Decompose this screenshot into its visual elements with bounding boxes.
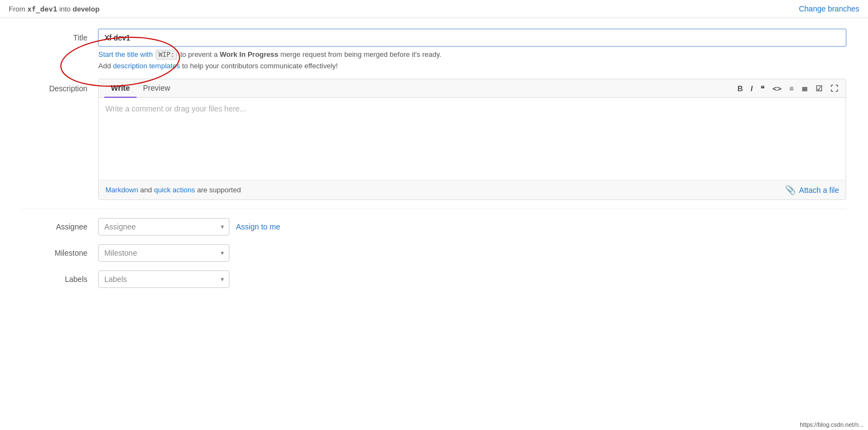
title-row: Title Start the title with WIP: to preve… bbox=[22, 29, 846, 70]
assignee-select[interactable]: Assignee bbox=[98, 218, 229, 235]
form-container: Title Start the title with WIP: to preve… bbox=[0, 18, 868, 308]
toolbar-unordered-list[interactable]: ≡ bbox=[787, 83, 796, 94]
toolbar-fullscreen[interactable]: ⛶ bbox=[828, 83, 840, 94]
description-label: Description bbox=[22, 79, 98, 93]
labels-content: Labels ▾ bbox=[98, 270, 846, 288]
assignee-controls: Assignee ▾ Assign to me bbox=[98, 218, 846, 235]
toolbar-code[interactable]: <> bbox=[770, 83, 784, 94]
wip-badge: WIP: bbox=[156, 50, 177, 60]
markdown-link[interactable]: Markdown bbox=[105, 186, 138, 194]
labels-row: Labels Labels ▾ bbox=[22, 270, 846, 288]
milestone-select[interactable]: Milestone bbox=[98, 244, 229, 262]
milestone-select-wrapper: Milestone ▾ bbox=[98, 244, 229, 262]
tab-write[interactable]: Write bbox=[104, 79, 137, 98]
assignee-content: Assignee ▾ Assign to me bbox=[98, 218, 846, 235]
title-label: Title bbox=[22, 29, 98, 42]
assignee-label: Assignee bbox=[22, 218, 98, 231]
toolbar-quote[interactable]: ❝ bbox=[758, 83, 767, 94]
editor-toolbar: B I ❝ <> ≡ ≣ ☑ ⛶ bbox=[735, 83, 840, 94]
description-templates-link[interactable]: description templates bbox=[113, 62, 180, 70]
wip-hint-link[interactable]: Start the title with bbox=[98, 50, 155, 58]
toolbar-bold[interactable]: B bbox=[735, 83, 745, 94]
title-content: Start the title with WIP: to prevent a W… bbox=[98, 29, 846, 70]
title-input[interactable] bbox=[98, 29, 846, 46]
tab-preview[interactable]: Preview bbox=[137, 79, 177, 98]
divider bbox=[22, 209, 846, 209]
toolbar-task-list[interactable]: ☑ bbox=[813, 83, 825, 94]
assignee-row: Assignee Assignee ▾ Assign to me bbox=[22, 218, 846, 235]
quick-actions-link[interactable]: quick actions bbox=[154, 186, 195, 194]
toolbar-italic[interactable]: I bbox=[748, 83, 755, 94]
editor-container: Write Preview B I ❝ <> ≡ ≣ ☑ ⛶ bbox=[98, 79, 846, 200]
editor-footer: Markdown and quick actions are supported… bbox=[99, 180, 846, 199]
top-bar: From xf_dev1 into develop Change branche… bbox=[0, 0, 868, 18]
wip-bold-text: Work In Progress bbox=[220, 50, 278, 58]
description-content: Write Preview B I ❝ <> ≡ ≣ ☑ ⛶ bbox=[98, 79, 846, 200]
milestone-row: Milestone Milestone ▾ bbox=[22, 244, 846, 262]
labels-select[interactable]: Labels bbox=[98, 270, 229, 288]
labels-select-wrapper: Labels ▾ bbox=[98, 270, 229, 288]
description-hint: Add description templates to help your c… bbox=[98, 62, 846, 70]
branch-info: From xf_dev1 into develop bbox=[9, 5, 99, 13]
change-branches-link[interactable]: Change branches bbox=[799, 4, 859, 13]
labels-label: Labels bbox=[22, 270, 98, 284]
milestone-label: Milestone bbox=[22, 244, 98, 257]
attach-file-button[interactable]: 📎 Attach a file bbox=[785, 185, 839, 195]
assign-to-me-link[interactable]: Assign to me bbox=[236, 222, 280, 231]
attach-file-icon: 📎 bbox=[785, 185, 796, 195]
editor-footer-text: Markdown and quick actions are supported bbox=[105, 186, 241, 194]
editor-tabs: Write Preview B I ❝ <> ≡ ≣ ☑ ⛶ bbox=[99, 79, 846, 98]
toolbar-ordered-list[interactable]: ≣ bbox=[799, 83, 810, 94]
assignee-select-wrapper: Assignee ▾ bbox=[98, 218, 229, 235]
title-hint: Start the title with WIP: to prevent a W… bbox=[98, 50, 846, 60]
editor-textarea[interactable]: Write a comment or drag your files here.… bbox=[99, 98, 846, 180]
milestone-content: Milestone ▾ bbox=[98, 244, 846, 262]
description-row: Description Write Preview B I ❝ <> ≡ ≣ bbox=[22, 79, 846, 200]
